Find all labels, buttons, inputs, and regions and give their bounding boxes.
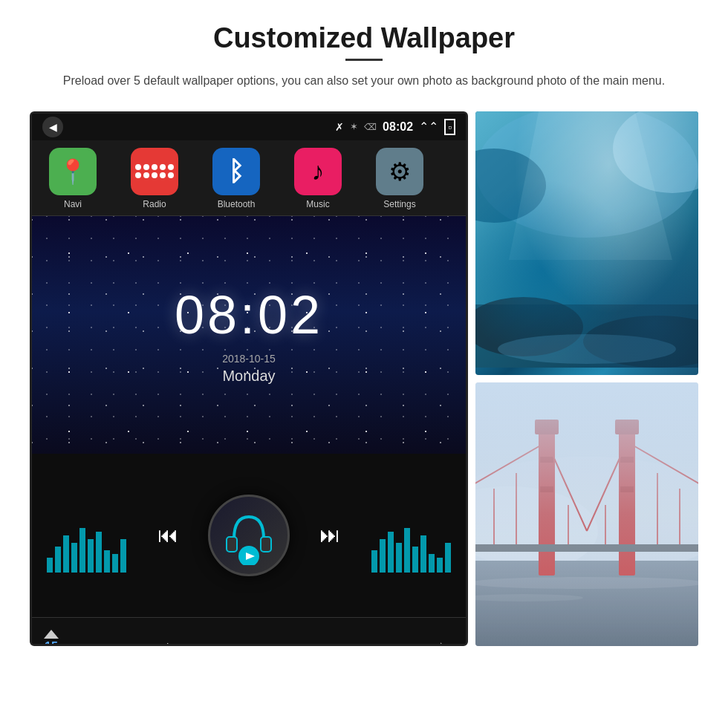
window-icon: ▫ — [444, 119, 455, 135]
eq-bar — [47, 558, 53, 573]
bottom-bar: 15 2018-10-15 Monday △ — [32, 617, 466, 646]
svg-rect-26 — [620, 486, 634, 492]
svg-point-15 — [475, 486, 598, 576]
bottom-date: 2018-10-15 Monday — [81, 641, 435, 646]
bridge-image — [475, 382, 698, 646]
settings-label: Settings — [383, 199, 415, 209]
ice-cave-svg — [475, 111, 698, 368]
eq-bar — [371, 550, 377, 573]
signal-icon: ⌫ — [364, 122, 377, 132]
svg-point-14 — [475, 457, 698, 576]
music-player: ⏮ — [32, 454, 466, 617]
app-item-settings[interactable]: ⚙ Settings — [359, 148, 441, 209]
wallpaper-area: 08:02 2018-10-15 Monday — [32, 216, 466, 454]
eq-bar — [55, 547, 61, 573]
date-display: 2018-10-15 — [222, 353, 276, 365]
radio-label: Radio — [143, 199, 166, 209]
svg-point-8 — [475, 297, 583, 356]
svg-rect-25 — [620, 457, 634, 463]
svg-point-17 — [475, 577, 698, 589]
bridge-svg — [475, 382, 698, 646]
eq-bar — [429, 554, 435, 573]
eq-bar — [445, 543, 451, 573]
svg-rect-0 — [227, 537, 237, 552]
svg-point-9 — [583, 316, 698, 368]
title-divider — [345, 59, 383, 61]
svg-rect-34 — [475, 382, 698, 646]
chevrons-icon: ⌃⌃ — [419, 120, 438, 134]
bt-symbol: ✶ — [350, 121, 358, 132]
eq-bar — [96, 532, 102, 573]
eq-bar — [112, 554, 118, 573]
eq-bar — [388, 532, 394, 573]
svg-point-7 — [475, 149, 546, 223]
bluetooth-icon-box: ᛒ — [212, 148, 260, 195]
back-button[interactable]: ◀ — [42, 117, 63, 137]
content-area: ◀ ✗ ✶ ⌫ 08:02 ⌃⌃ ▫ 📍 Navi — [30, 111, 698, 646]
eq-bar — [404, 528, 410, 573]
app-item-music[interactable]: ♪ Music — [277, 148, 359, 209]
svg-point-11 — [498, 334, 676, 364]
eq-bar — [71, 543, 77, 573]
clock-display: 08:02 — [175, 284, 323, 345]
eq-bar — [396, 543, 402, 573]
nav-number: 15 — [45, 640, 58, 646]
svg-rect-21 — [535, 420, 559, 434]
app-item-bluetooth[interactable]: ᛒ Bluetooth — [195, 148, 277, 209]
page-description: Preload over 5 default wallpaper options… — [30, 71, 698, 91]
nav-arrows: 15 — [44, 630, 59, 646]
equalizer-left — [47, 528, 126, 573]
headphone-svg — [219, 506, 279, 565]
ice-cave-image — [475, 111, 698, 375]
status-time: 08:02 — [383, 120, 413, 134]
app-item-navi[interactable]: 📍 Navi — [32, 148, 114, 209]
equalizer-right — [371, 528, 451, 573]
svg-rect-33 — [475, 544, 698, 552]
prev-button[interactable]: ⏮ — [157, 523, 178, 547]
svg-rect-22 — [615, 420, 639, 434]
svg-rect-19 — [539, 427, 555, 576]
eq-bar — [104, 550, 110, 573]
music-label: Music — [306, 199, 329, 209]
status-left: ◀ — [42, 117, 63, 137]
settings-icon-box: ⚙ — [376, 148, 423, 195]
svg-point-5 — [475, 111, 698, 238]
eq-bar — [420, 535, 426, 573]
eq-bar — [437, 558, 443, 573]
svg-rect-20 — [619, 427, 635, 576]
svg-rect-10 — [475, 304, 698, 368]
svg-rect-24 — [540, 486, 553, 492]
status-right: ✗ ✶ ⌫ 08:02 ⌃⌃ ▫ — [335, 119, 455, 135]
nav-arrow-up[interactable] — [44, 630, 59, 639]
bluetooth-icon: ✗ — [335, 121, 344, 133]
eq-bar — [120, 539, 126, 573]
svg-rect-1 — [261, 537, 271, 552]
bluetooth-label: Bluetooth — [218, 199, 256, 209]
day-display: Monday — [222, 368, 275, 385]
navi-label: Navi — [64, 199, 82, 209]
next-button[interactable]: ⏭ — [319, 523, 340, 547]
svg-rect-23 — [540, 457, 553, 463]
svg-rect-13 — [475, 382, 698, 646]
svg-rect-16 — [475, 561, 698, 646]
eq-bar — [412, 547, 418, 573]
player-controls: ⏮ — [157, 495, 340, 576]
home-icon[interactable]: △ — [435, 638, 446, 646]
navi-icon: 📍 — [49, 148, 97, 195]
status-bar: ◀ ✗ ✶ ⌫ 08:02 ⌃⌃ ▫ — [32, 114, 466, 140]
images-column — [475, 111, 698, 646]
eq-bar — [88, 539, 94, 573]
eq-bar — [79, 528, 85, 573]
svg-point-6 — [613, 111, 698, 193]
eq-bar — [380, 539, 386, 573]
device-screen: ◀ ✗ ✶ ⌫ 08:02 ⌃⌃ ▫ 📍 Navi — [30, 111, 468, 646]
svg-marker-12 — [509, 111, 672, 260]
svg-rect-4 — [475, 111, 698, 368]
eq-bar — [63, 535, 69, 573]
page-title: Customized Wallpaper — [30, 22, 698, 54]
svg-point-18 — [475, 594, 583, 602]
app-item-radio[interactable]: Radio — [114, 148, 195, 209]
music-icon-box: ♪ — [294, 148, 342, 195]
play-circle[interactable] — [208, 495, 290, 576]
radio-icon-box — [131, 148, 178, 195]
